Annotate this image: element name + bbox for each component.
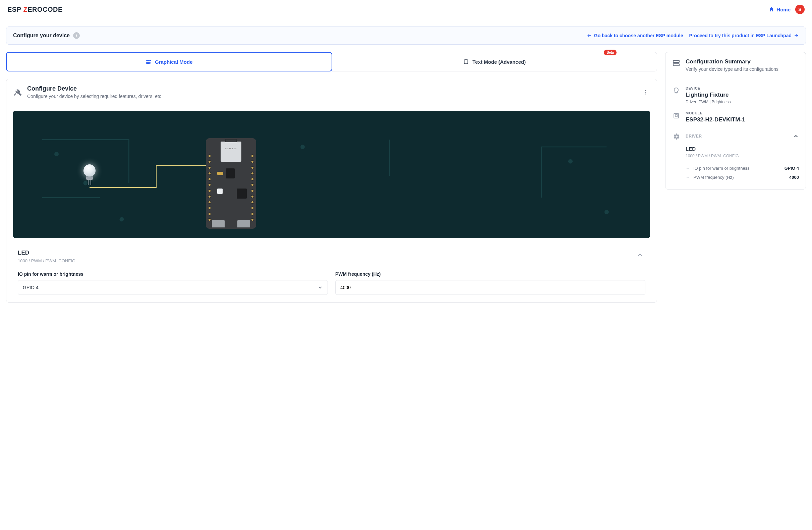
kebab-icon (643, 89, 649, 95)
svg-point-11 (119, 217, 124, 221)
app-header: ESP ZEROCODE Home S (0, 0, 812, 19)
svg-rect-21 (673, 64, 679, 66)
graphical-icon (145, 59, 151, 65)
pwm-freq-input[interactable] (335, 280, 646, 295)
svg-point-3 (150, 62, 151, 63)
gear-icon (672, 132, 681, 141)
io-pin-select[interactable]: GPIO 4 (18, 280, 328, 295)
chevron-up-icon (637, 252, 643, 258)
svg-point-16 (605, 210, 609, 214)
chip-brand: ESPRESSIF (221, 142, 242, 149)
tab-graphical[interactable]: Graphical Mode (6, 52, 332, 71)
config-title-wrap: Configure your device i (13, 32, 80, 39)
arrow-icon: → (686, 166, 690, 171)
svg-point-18 (300, 145, 305, 149)
chevron-up-icon (793, 133, 799, 139)
lightbulb-icon (672, 86, 681, 95)
logo-z: Z (24, 6, 28, 13)
io-pin-value: GPIO 4 (23, 285, 39, 290)
summary-driver-path: 1000 / PWM / PWM_CONFIG (686, 154, 799, 158)
svg-point-15 (568, 159, 572, 164)
info-icon[interactable]: i (73, 32, 80, 39)
tab-text-label: Text Mode (Advanced) (473, 59, 526, 65)
led-component (84, 164, 96, 181)
summary-module: MODULE ESP32-H2-DEVKITM-1 (672, 108, 799, 127)
device-label: DEVICE (686, 86, 730, 90)
pwm-freq-label: PWM frequency (Hz) (335, 271, 646, 277)
svg-rect-4 (464, 60, 468, 64)
summary-driver-name: LED (686, 146, 799, 152)
kv-pwm-value: 4000 (789, 175, 799, 180)
back-link[interactable]: Go back to choose another ESP module (587, 33, 683, 38)
collapse-button[interactable] (635, 249, 646, 260)
svg-point-9 (54, 152, 59, 156)
svg-rect-8 (13, 111, 650, 238)
chevron-down-icon (318, 285, 323, 290)
header-right: Home S (768, 5, 804, 14)
summary-header: Configuration Summary Verify your device… (666, 52, 806, 78)
logo: ESP ZEROCODE (8, 6, 63, 13)
mode-tabs: Graphical Mode Text Mode (Advanced) Beta (6, 52, 657, 71)
config-title: Configure your device (13, 32, 70, 39)
device-meta: Driver: PWM | Brightness (686, 100, 730, 104)
arrow-left-icon (587, 33, 592, 38)
module-label: MODULE (686, 111, 745, 115)
circuit-background (13, 111, 650, 238)
avatar-initial: S (798, 7, 801, 12)
proceed-link-label: Proceed to try this product in ESP Launc… (689, 33, 792, 38)
kv-io-pin-key: IO pin for warm or brightness (693, 166, 750, 171)
config-top-bar: Configure your device i Go back to choos… (6, 27, 806, 45)
chip-icon (672, 111, 681, 120)
svg-point-5 (646, 90, 647, 91)
configure-subtitle: Configure your device by selecting requi… (27, 94, 161, 99)
svg-rect-23 (675, 115, 677, 117)
tab-graphical-label: Graphical Mode (155, 59, 193, 65)
top-bar-links: Go back to choose another ESP module Pro… (587, 33, 799, 38)
module-name: ESP32-H2-DEVKITM-1 (686, 116, 745, 123)
logo-text-2: EROCODE (28, 6, 63, 13)
kv-io-pin-value: GPIO 4 (784, 166, 799, 171)
proceed-link[interactable]: Proceed to try this product in ESP Launc… (689, 33, 799, 38)
driver-header[interactable]: LED 1000 / PWM / PWM_CONFIG (18, 245, 646, 265)
summary-device: DEVICE Lighting Fixture Driver: PWM | Br… (672, 83, 799, 108)
summary-collapse-button[interactable] (793, 133, 799, 139)
back-link-label: Go back to choose another ESP module (594, 33, 683, 38)
kv-pwm-key: PWM frequency (Hz) (693, 175, 734, 180)
device-name: Lighting Fixture (686, 91, 730, 98)
code-icon (463, 59, 469, 65)
svg-point-2 (150, 60, 151, 61)
home-icon (768, 6, 774, 12)
esp-chip: ESPRESSIF (221, 142, 242, 162)
svg-rect-1 (146, 62, 150, 64)
driver-path: 1000 / PWM / PWM_CONFIG (18, 258, 75, 263)
summary-driver-details: LED 1000 / PWM / PWM_CONFIG → IO pin for… (672, 143, 799, 182)
avatar[interactable]: S (795, 5, 804, 14)
svg-rect-22 (674, 113, 679, 118)
home-link[interactable]: Home (768, 6, 791, 12)
svg-rect-0 (146, 60, 150, 61)
tools-icon (13, 88, 23, 97)
card-menu-button[interactable] (641, 88, 650, 97)
kv-pwm: → PWM frequency (Hz) 4000 (686, 173, 799, 182)
driver-label: DRIVER (686, 134, 702, 139)
driver-name: LED (18, 249, 75, 256)
logo-text-1: ESP (8, 6, 21, 13)
tab-text[interactable]: Text Mode (Advanced) Beta (332, 52, 657, 71)
svg-point-6 (646, 91, 647, 92)
summary-driver-header[interactable]: DRIVER (672, 129, 799, 143)
esp-board: ESPRESSIF (206, 138, 256, 229)
home-label: Home (777, 7, 791, 12)
svg-point-7 (646, 93, 647, 94)
configure-title: Configure Device (27, 85, 161, 92)
summary-icon (672, 58, 681, 72)
wire (89, 187, 157, 188)
driver-section: LED 1000 / PWM / PWM_CONFIG IO pin for w… (6, 245, 657, 302)
kv-io-pin: → IO pin for warm or brightness GPIO 4 (686, 164, 799, 173)
svg-rect-20 (673, 60, 679, 62)
summary-title: Configuration Summary (686, 58, 779, 65)
beta-badge: Beta (604, 49, 617, 55)
arrow-right-icon (794, 33, 799, 38)
io-pin-label: IO pin for warm or brightness (18, 271, 328, 277)
configure-card-header: Configure Device Configure your device b… (6, 79, 657, 104)
summary-card: Configuration Summary Verify your device… (665, 52, 806, 189)
